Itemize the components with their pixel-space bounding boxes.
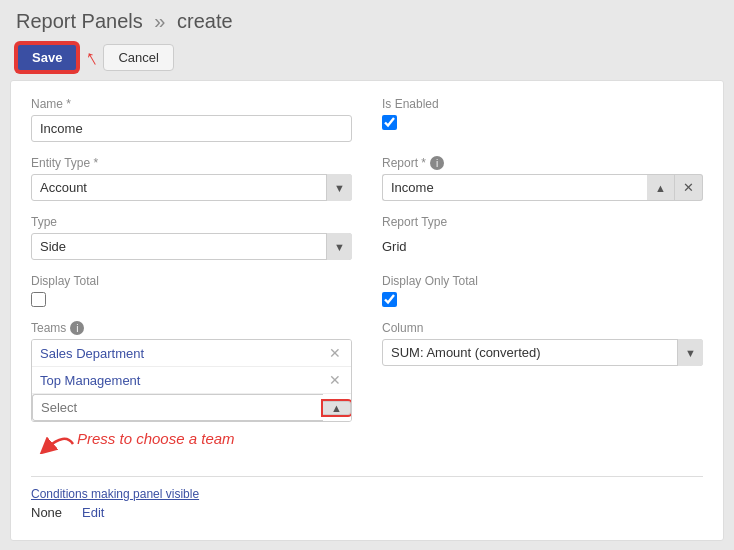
save-arrow-icon: ↑ [82,45,103,70]
teams-group: Teams i Sales Department ✕ Top Managemen… [31,321,352,454]
team-select-input[interactable] [32,394,323,421]
team-annotation-wrap: Press to choose a team [31,422,352,454]
teams-list: Sales Department ✕ Top Management ✕ ▲ [31,339,352,422]
page-title: Report Panels » create [16,10,718,33]
type-label: Type [31,215,352,229]
display-only-total-checkbox[interactable] [382,292,397,307]
name-label-text: Name * [31,97,71,111]
is-enabled-checkbox-wrap [382,115,703,130]
type-select[interactable]: Side Bottom [31,233,352,260]
report-type-group: Report Type Grid [382,215,703,260]
display-only-total-checkbox-wrap [382,292,703,307]
page-title-separator: » [154,10,165,32]
teams-label: Teams i [31,321,352,335]
form-grid: Name * Is Enabled Entity Type * Account … [31,97,703,468]
team-select-button[interactable]: ▲ [323,401,351,415]
report-up-button[interactable]: ▲ [647,174,675,201]
report-type-label-text: Report Type [382,215,447,229]
display-only-total-label-text: Display Only Total [382,274,478,288]
column-select-wrap: SUM: Amount (converted) COUNT AVG: Amoun… [382,339,703,366]
column-label-text: Column [382,321,423,335]
team-item-sales: Sales Department ✕ [32,340,351,367]
team-remove-management-button[interactable]: ✕ [327,372,343,388]
display-total-label: Display Total [31,274,352,288]
display-only-total-label: Display Only Total [382,274,703,288]
is-enabled-label-text: Is Enabled [382,97,439,111]
display-total-checkbox-wrap [31,292,352,307]
entity-type-select[interactable]: Account Contact Lead [31,174,352,201]
name-label: Name * [31,97,352,111]
team-name-sales: Sales Department [40,346,144,361]
type-group: Type Side Bottom ▼ [31,215,352,260]
toolbar: Save ↑ Cancel [16,43,718,72]
report-type-label: Report Type [382,215,703,229]
team-name-management: Top Management [40,373,140,388]
is-enabled-label: Is Enabled [382,97,703,111]
entity-type-group: Entity Type * Account Contact Lead ▼ [31,156,352,201]
name-input[interactable] [31,115,352,142]
report-label: Report * i [382,156,703,170]
type-label-text: Type [31,215,57,229]
page-title-action: create [177,10,233,32]
conditions-section: Conditions making panel visible None Edi… [31,476,703,520]
team-annotation-text: Press to choose a team [77,430,235,447]
report-clear-button[interactable]: ✕ [675,174,703,201]
conditions-edit-link[interactable]: Edit [82,505,104,520]
entity-type-label-text: Entity Type * [31,156,98,170]
conditions-row: None Edit [31,505,703,520]
column-select[interactable]: SUM: Amount (converted) COUNT AVG: Amoun… [382,339,703,366]
report-group: Report * i ▲ ✕ [382,156,703,201]
teams-info-icon[interactable]: i [70,321,84,335]
is-enabled-group: Is Enabled [382,97,703,142]
name-group: Name * [31,97,352,142]
display-total-group: Display Total [31,274,352,307]
column-group: Column SUM: Amount (converted) COUNT AVG… [382,321,703,366]
entity-type-label: Entity Type * [31,156,352,170]
team-select-row: ▲ [32,394,351,421]
report-label-text: Report * [382,156,426,170]
column-label: Column [382,321,703,335]
conditions-label: Conditions making panel visible [31,487,703,501]
teams-label-text: Teams [31,321,66,335]
is-enabled-checkbox[interactable] [382,115,397,130]
cancel-button[interactable]: Cancel [103,44,173,71]
display-only-total-group: Display Only Total [382,274,703,307]
team-remove-sales-button[interactable]: ✕ [327,345,343,361]
report-info-icon[interactable]: i [430,156,444,170]
type-select-wrap: Side Bottom ▼ [31,233,352,260]
report-input[interactable] [382,174,647,201]
form-panel: Name * Is Enabled Entity Type * Account … [10,80,724,541]
report-field-wrap: ▲ ✕ [382,174,703,201]
team-item-management: Top Management ✕ [32,367,351,394]
save-button[interactable]: Save [16,43,78,72]
entity-type-select-wrap: Account Contact Lead ▼ [31,174,352,201]
page-title-main: Report Panels [16,10,143,32]
display-total-label-text: Display Total [31,274,99,288]
conditions-value: None [31,505,62,520]
team-annotation-arrow-icon [37,424,77,454]
display-total-checkbox[interactable] [31,292,46,307]
report-type-value: Grid [382,233,703,254]
